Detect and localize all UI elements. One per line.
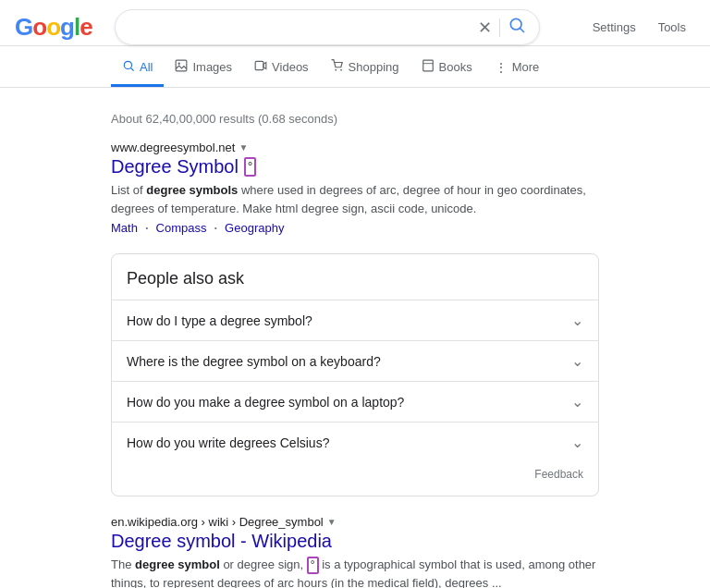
link-geography[interactable]: Geography	[225, 221, 284, 235]
paa-feedback[interactable]: Feedback	[112, 462, 598, 481]
all-icon	[122, 59, 135, 75]
books-icon	[422, 59, 435, 75]
paa-question-3: How do you write degrees Celsius?	[127, 435, 329, 450]
google-logo[interactable]: Google	[15, 13, 92, 42]
shopping-icon	[331, 59, 344, 75]
tab-shopping[interactable]: Shopping	[320, 50, 410, 87]
header-divider	[0, 87, 710, 88]
wiki-snippet: The degree symbol or degree sign, ° is a…	[111, 556, 599, 588]
people-also-ask-box: People also ask How do I type a degree s…	[111, 253, 599, 496]
tab-books-label: Books	[439, 60, 472, 74]
paa-chevron-2: ⌄	[571, 393, 583, 410]
divider	[499, 18, 500, 37]
clear-icon[interactable]: ✕	[478, 18, 492, 38]
paa-item-0[interactable]: How do I type a degree symbol? ⌄	[112, 300, 598, 340]
svg-rect-6	[255, 61, 263, 69]
paa-item-3[interactable]: How do you write degrees Celsius? ⌄	[112, 422, 598, 462]
wiki-url-arrow: ▼	[327, 517, 337, 527]
videos-icon	[254, 59, 267, 75]
snippet-bold-1: degree symbols	[146, 183, 238, 197]
link-compass[interactable]: Compass	[156, 221, 207, 235]
tab-books[interactable]: Books	[410, 50, 484, 87]
settings-link[interactable]: Settings	[583, 11, 645, 43]
tab-all[interactable]: All	[111, 50, 164, 87]
wiki-url: en.wikipedia.org › wiki › Degree_symbol …	[111, 515, 599, 529]
paa-chevron-0: ⌄	[571, 312, 583, 329]
tools-link[interactable]: Tools	[649, 11, 695, 43]
wiki-degree-symbol: °	[307, 557, 319, 575]
svg-rect-4	[177, 60, 188, 71]
tab-all-label: All	[140, 60, 153, 74]
tab-more-label: More	[512, 60, 540, 74]
search-input[interactable]: DEGREE SYMBOL	[129, 19, 471, 36]
paa-question-1: Where is the degree symbol on a keyboard…	[127, 354, 381, 369]
wiki-title-text: Degree symbol - Wikipedia	[111, 531, 332, 552]
header: Google DEGREE SYMBOL ✕ Settings Tools	[0, 0, 710, 46]
paa-chevron-1: ⌄	[571, 352, 583, 370]
first-result-url-text: www.degreesymbol.net	[111, 141, 235, 154]
tab-videos[interactable]: Videos	[243, 50, 320, 87]
wikipedia-result: en.wikipedia.org › wiki › Degree_symbol …	[111, 515, 599, 588]
svg-point-5	[178, 63, 180, 65]
wiki-snippet-bold: degree symbol	[135, 557, 220, 571]
wiki-url-text: en.wikipedia.org › wiki › Degree_symbol	[111, 515, 324, 529]
search-icon[interactable]	[508, 16, 526, 39]
first-result: www.degreesymbol.net ▼ Degree Symbol ° L…	[111, 141, 599, 235]
paa-item-1[interactable]: Where is the degree symbol on a keyboard…	[112, 340, 598, 381]
svg-line-1	[520, 29, 523, 32]
first-result-links: Math · Compass · Geography	[111, 221, 599, 235]
search-bar: DEGREE SYMBOL ✕	[115, 9, 540, 45]
wiki-title[interactable]: Degree symbol - Wikipedia	[111, 531, 332, 552]
first-result-url: www.degreesymbol.net ▼	[111, 141, 599, 154]
svg-marker-7	[263, 63, 266, 69]
paa-item-2[interactable]: How do you make a degree symbol on a lap…	[112, 381, 598, 422]
first-result-url-arrow: ▼	[239, 142, 248, 153]
tab-videos-label: Videos	[272, 60, 309, 74]
link-math[interactable]: Math	[111, 221, 138, 235]
sep-1: ·	[145, 221, 149, 235]
first-result-title[interactable]: Degree Symbol °	[111, 156, 256, 178]
result-count: About 62,40,00,000 results (0.68 seconds…	[111, 112, 599, 126]
paa-question-0: How do I type a degree symbol?	[127, 313, 312, 328]
first-result-snippet: List of degree symbols where used in deg…	[111, 181, 599, 217]
tab-shopping-label: Shopping	[349, 60, 399, 74]
tab-more[interactable]: ⋮ More	[484, 51, 551, 87]
tab-images[interactable]: Images	[164, 50, 243, 87]
first-result-degree-symbol: °	[244, 157, 257, 177]
paa-title: People also ask	[112, 269, 598, 300]
paa-chevron-3: ⌄	[571, 434, 583, 451]
svg-point-8	[335, 69, 337, 71]
svg-line-3	[131, 68, 134, 71]
images-icon	[175, 59, 188, 75]
nav-right: Settings Tools	[583, 11, 695, 43]
nav-tabs: All Images Videos Shopping Books ⋮ More	[0, 50, 710, 87]
paa-question-2: How do you make a degree symbol on a lap…	[127, 395, 404, 410]
more-icon: ⋮	[495, 60, 508, 75]
sep-2: ·	[214, 221, 217, 235]
first-result-title-text: Degree Symbol	[111, 156, 239, 178]
svg-rect-10	[422, 60, 433, 71]
main-content: About 62,40,00,000 results (0.68 seconds…	[0, 95, 710, 588]
svg-point-9	[340, 69, 342, 71]
tab-images-label: Images	[192, 60, 232, 74]
